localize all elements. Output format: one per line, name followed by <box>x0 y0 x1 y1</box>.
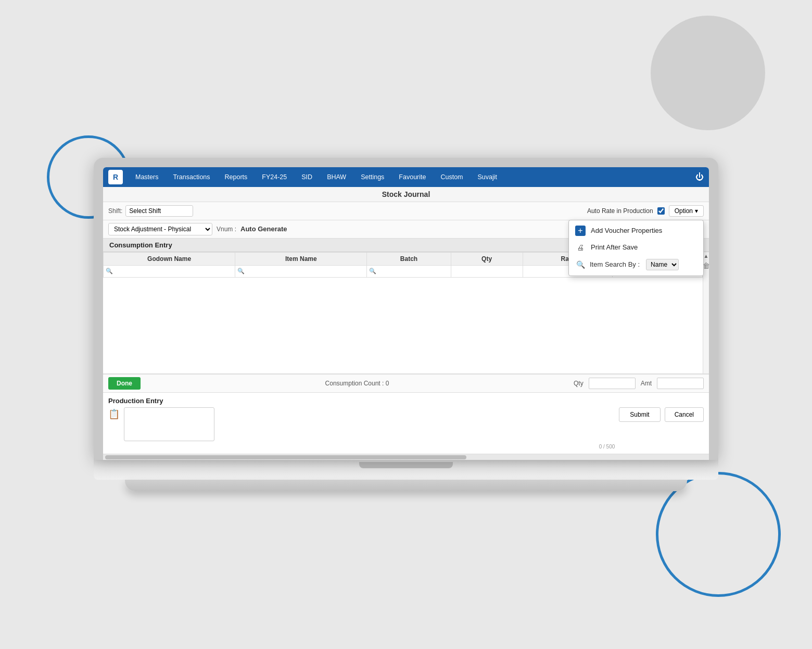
done-button[interactable]: Done <box>108 377 141 390</box>
char-count: 0 / 500 <box>124 444 615 450</box>
col-item: Item Name <box>235 252 367 265</box>
add-icon-char: + <box>578 226 582 235</box>
item-input[interactable] <box>246 267 364 276</box>
laptop-notch <box>359 462 453 468</box>
add-voucher-icon: + <box>575 226 586 236</box>
production-section: Production Entry 📋 0 / 500 Submit Cancel <box>103 393 709 454</box>
auto-rate-checkbox[interactable] <box>657 207 665 215</box>
batch-cell[interactable]: 🔍 <box>367 265 451 277</box>
batch-input[interactable] <box>377 267 448 276</box>
add-voucher-properties-item[interactable]: + Add Voucher Properties <box>569 222 703 239</box>
nav-reports[interactable]: Reports <box>218 167 255 187</box>
qty-bottom-label: Qty <box>574 380 583 387</box>
item-search-row: 🔍 Item Search By : Name <box>569 256 703 273</box>
qty-bottom-input[interactable] <box>589 378 636 389</box>
nav-favourite[interactable]: Favourite <box>391 167 433 187</box>
table-spacer-row <box>104 277 703 373</box>
navbar: R Masters Transactions Reports FY24-25 S… <box>103 167 709 187</box>
print-icon-char: 🖨 <box>577 243 584 252</box>
option-label: Option <box>675 207 693 215</box>
production-textarea-wrap: 📋 0 / 500 Submit Cancel <box>108 407 704 450</box>
nav-bhaw[interactable]: BHAW <box>320 167 353 187</box>
nav-transactions[interactable]: Transactions <box>166 167 217 187</box>
amt-bottom-input[interactable] <box>657 378 704 389</box>
action-buttons: Submit Cancel <box>619 407 704 422</box>
item-search-label: Item Search By : <box>590 260 640 268</box>
shift-select[interactable]: Select Shift <box>125 205 193 217</box>
deco-circle-top-right <box>651 16 765 130</box>
col-qty: Qty <box>451 252 523 265</box>
nav-fy2425[interactable]: FY24-25 <box>255 167 294 187</box>
laptop-screen: R Masters Transactions Reports FY24-25 S… <box>103 167 709 460</box>
godown-input[interactable] <box>114 267 233 276</box>
toolbar-left: Shift: Select Shift <box>108 205 583 217</box>
amt-bottom-label: Amt <box>641 380 652 387</box>
auto-rate-label: Auto Rate in Production <box>587 207 653 215</box>
search-icon: 🔍 <box>575 259 586 270</box>
nav-suvajit[interactable]: Suvajit <box>471 167 505 187</box>
navbar-items: Masters Transactions Reports FY24-25 SID… <box>128 167 691 187</box>
laptop-foot <box>125 480 687 491</box>
add-voucher-label: Add Voucher Properties <box>591 227 662 234</box>
shift-label: Shift: <box>108 207 122 215</box>
laptop-base <box>94 460 718 480</box>
nav-settings[interactable]: Settings <box>353 167 391 187</box>
production-text-area-container: 0 / 500 <box>124 407 615 450</box>
memo-icon: 📋 <box>108 408 120 420</box>
toolbar-row-1: Shift: Select Shift Auto Rate in Product… <box>103 202 709 220</box>
option-dropdown-popup: + Add Voucher Properties 🖨 Print After S… <box>568 220 704 276</box>
item-cell[interactable]: 🔍 <box>235 265 367 277</box>
cancel-button[interactable]: Cancel <box>665 407 704 422</box>
godown-cell[interactable]: 🔍 <box>104 265 235 277</box>
logo-letter: R <box>113 173 118 181</box>
item-search-select[interactable]: Name <box>646 259 679 270</box>
batch-search-icon: 🔍 <box>369 268 376 274</box>
production-section-label: Production Entry <box>108 397 704 405</box>
scroll-up-button[interactable]: ▲ <box>704 252 709 260</box>
nav-sid[interactable]: SID <box>294 167 320 187</box>
qty-input[interactable] <box>453 267 521 276</box>
production-textarea[interactable] <box>124 407 214 441</box>
vnum-value: Auto Generate <box>240 225 287 233</box>
consumption-count: Consumption Count : 0 <box>146 380 568 387</box>
item-search-icon: 🔍 <box>237 268 245 274</box>
scene: R Masters Transactions Reports FY24-25 S… <box>0 0 812 649</box>
submit-button[interactable]: Submit <box>619 407 660 422</box>
table-body: 🔍 🔍 <box>104 265 703 373</box>
toolbar-right: Auto Rate in Production Option ▾ + <box>587 205 704 217</box>
page-title: Stock Journal <box>103 187 709 202</box>
voucher-type-select[interactable]: Stock Adjustment - Physical <box>108 223 212 235</box>
nav-masters[interactable]: Masters <box>128 167 166 187</box>
bottom-scrollbar[interactable] <box>103 454 709 460</box>
bottom-bar: Done Consumption Count : 0 Qty Amt <box>103 374 709 393</box>
scroll-thumb <box>105 455 466 459</box>
power-icon[interactable]: ⏻ <box>695 172 704 182</box>
col-godown: Godown Name <box>104 252 235 265</box>
vnum-label: Vnum : <box>217 226 236 233</box>
col-batch: Batch <box>367 252 451 265</box>
print-icon: 🖨 <box>575 242 586 253</box>
qty-cell[interactable] <box>451 265 523 277</box>
laptop-screen-wrapper: R Masters Transactions Reports FY24-25 S… <box>94 158 718 460</box>
print-after-save-item[interactable]: 🖨 Print After Save <box>569 239 703 256</box>
option-arrow-icon: ▾ <box>695 207 698 215</box>
navbar-logo: R <box>108 170 123 184</box>
print-after-save-label: Print After Save <box>591 243 638 251</box>
nav-custom[interactable]: Custom <box>433 167 470 187</box>
option-button[interactable]: Option ▾ <box>669 205 704 217</box>
laptop: R Masters Transactions Reports FY24-25 S… <box>94 158 718 492</box>
godown-search-icon: 🔍 <box>106 268 113 274</box>
